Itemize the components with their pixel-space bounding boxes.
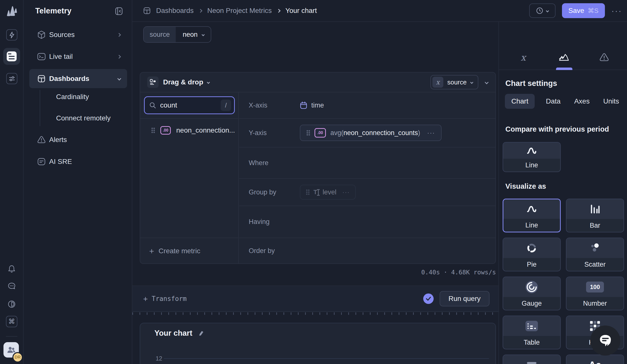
tab-variables[interactable]: x xyxy=(513,51,533,63)
sidebar-item-live-tail[interactable]: Live tail xyxy=(24,49,132,64)
filter-key-label: source xyxy=(144,27,176,42)
people-icon xyxy=(7,346,16,354)
drag-handle-icon[interactable] xyxy=(151,127,155,133)
feedback-button[interactable] xyxy=(7,282,16,291)
run-query-button[interactable]: Run query xyxy=(440,291,489,306)
metric-list-item[interactable]: .00 neon_connection... xyxy=(140,122,238,139)
topbar: Dashboards Neon Project Metrics Your cha… xyxy=(132,0,627,22)
viz-card-bar[interactable]: Bar xyxy=(566,199,624,232)
sidebar-collapse-button[interactable] xyxy=(114,6,124,16)
viz-card-gauge[interactable]: Gauge xyxy=(503,277,561,310)
where-row[interactable]: Where xyxy=(239,148,496,179)
notifications-button[interactable] xyxy=(7,264,16,274)
tab-chart-settings-active[interactable] xyxy=(554,51,574,63)
dashes-icon xyxy=(503,355,560,364)
having-row[interactable]: Having xyxy=(239,206,496,238)
collapse-section-chevron[interactable] xyxy=(485,80,489,84)
chevron-right-icon xyxy=(199,9,203,13)
subtab-chart[interactable]: Chart xyxy=(505,94,535,109)
sidebar-item-connect-remotely[interactable]: Connect remotely xyxy=(56,110,110,126)
y-axis-label: Y-axis xyxy=(249,129,288,137)
sidebar-item-sources[interactable]: Sources xyxy=(24,27,132,43)
save-label: Save xyxy=(569,7,584,15)
variable-x-badge: x xyxy=(432,77,443,88)
having-label: Having xyxy=(249,218,288,226)
order-by-row[interactable]: Order by xyxy=(239,238,496,263)
metric-search-input[interactable] xyxy=(160,101,221,109)
breadcrumb: Dashboards Neon Project Metrics Your cha… xyxy=(143,7,317,15)
y-axis-aggregation-pill[interactable]: .00 avg(neon_connection_counts) ··· xyxy=(300,125,442,141)
edit-pencil-icon[interactable] xyxy=(198,330,204,336)
log-stream-icon xyxy=(7,52,17,61)
compare-heading: Compare with previous period xyxy=(505,125,609,133)
query-builder-header: Drag & drop x source xyxy=(140,72,495,92)
viz-card-partial-statistic[interactable] xyxy=(503,355,561,364)
viz-card-table[interactable]: Table xyxy=(503,315,561,349)
sidebar-item-ai-sre[interactable]: AI SRE xyxy=(24,154,132,170)
numeric-metric-icon: .00 xyxy=(314,128,326,138)
viz-card-pie[interactable]: Pie xyxy=(503,238,561,271)
chevron-right-icon xyxy=(117,55,121,59)
rail-item-explore-active[interactable] xyxy=(3,48,20,65)
group-by-row: Group by T level ··· xyxy=(239,179,496,206)
query-mode-label[interactable]: Drag & drop xyxy=(163,78,203,86)
transform-label[interactable]: Transform xyxy=(152,295,187,303)
subtab-data[interactable]: Data xyxy=(543,94,563,109)
subtab-axes[interactable]: Axes xyxy=(572,94,592,109)
filter-value: neon xyxy=(183,31,198,39)
drag-handle-icon[interactable] xyxy=(306,130,310,136)
dashboard-grid-icon xyxy=(143,7,151,14)
save-button[interactable]: Save ⌘S xyxy=(562,3,605,18)
pill-options-button[interactable]: ··· xyxy=(427,129,435,137)
subtab-units[interactable]: Units xyxy=(601,94,622,109)
chart-panel: Your chart 12 xyxy=(140,323,496,364)
source-filter-chip[interactable]: source neon xyxy=(143,26,211,43)
resize-ruler[interactable] xyxy=(132,312,498,315)
breadcrumb-dashboards[interactable]: Dashboards xyxy=(156,7,194,15)
app-title: Telemetry xyxy=(35,6,71,15)
viz-card-partial-text[interactable]: Aa xyxy=(566,355,624,364)
sidebar-item-label: AI SRE xyxy=(49,158,72,166)
card-label: Line xyxy=(503,219,560,232)
chat-dots-icon xyxy=(7,282,16,291)
sidebar-item-cardinality[interactable]: Cardinality xyxy=(56,89,89,105)
sidebar-item-dashboards-active[interactable]: Dashboards xyxy=(29,69,127,88)
number-100-icon: 100 xyxy=(567,277,624,297)
pie-chart-icon xyxy=(503,238,560,258)
card-label: Scatter xyxy=(567,258,624,271)
aggregation-fn-open: avg( xyxy=(330,129,344,137)
drag-handle-icon[interactable] xyxy=(306,189,310,195)
variable-x-icon: x xyxy=(521,52,526,62)
command-palette-button[interactable]: ⌘ xyxy=(6,316,17,327)
tab-warnings[interactable] xyxy=(594,51,614,63)
settings-sliders-button[interactable] xyxy=(6,73,17,84)
viz-card-line[interactable]: Line xyxy=(503,199,561,232)
pill-options-button[interactable]: ··· xyxy=(342,189,350,196)
x-axis-value[interactable]: time xyxy=(300,101,324,109)
sidebar-item-label: Alerts xyxy=(49,136,67,144)
sidebar-item-label: Sources xyxy=(49,31,75,39)
viz-card-number[interactable]: 100 Number xyxy=(566,277,624,310)
viz-card-scatter[interactable]: Scatter xyxy=(566,238,624,271)
warning-triangle-icon xyxy=(599,53,609,62)
visualize-heading: Visualize as xyxy=(505,182,546,190)
compare-line-card[interactable]: Line xyxy=(503,142,561,172)
scope-field-value: source xyxy=(447,78,467,86)
gauge-icon xyxy=(503,277,560,297)
transform-strip: + Transform Run query xyxy=(132,286,498,312)
flash-query-button[interactable] xyxy=(6,29,17,41)
group-by-field-pill[interactable]: T level ··· xyxy=(300,185,356,200)
create-metric-button[interactable]: + Create metric xyxy=(140,238,238,264)
chat-fab-button[interactable] xyxy=(590,325,620,356)
aggregation-field: neon_connection_counts xyxy=(344,129,418,137)
more-menu-button[interactable]: ··· xyxy=(611,8,622,13)
sidebar-item-alerts[interactable]: Alerts xyxy=(24,132,132,148)
sliders-icon xyxy=(9,75,15,82)
time-range-button[interactable] xyxy=(529,3,556,18)
breadcrumb-dashboard-name[interactable]: Neon Project Metrics xyxy=(207,7,272,15)
theme-toggle-button[interactable] xyxy=(7,300,16,309)
metric-search-box[interactable]: / xyxy=(144,96,235,114)
filter-value-select[interactable]: neon xyxy=(176,27,211,42)
chart-gridline xyxy=(164,358,489,359)
scope-field-chip[interactable]: x source xyxy=(430,75,478,89)
